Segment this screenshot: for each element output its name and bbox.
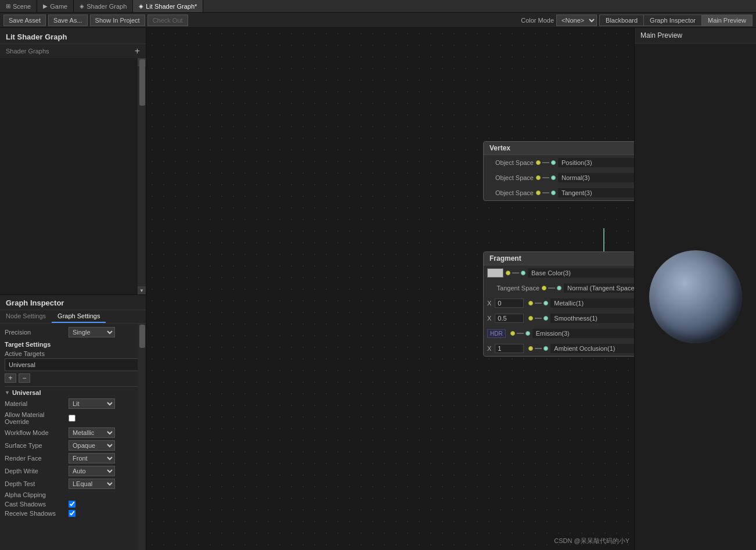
lit-shader-icon: ◈ <box>139 3 143 9</box>
watermark: CSDN @呆呆敲代码的小Y <box>554 537 629 545</box>
vertex-normal-output-dot <box>551 175 556 180</box>
graph-inspector-tab[interactable]: Graph Inspector <box>644 15 702 26</box>
tab-scene[interactable]: ⊞ Scene <box>0 0 37 12</box>
vertex-position-label: Object Space <box>487 159 534 166</box>
node-settings-tab[interactable]: Node Settings <box>0 310 52 323</box>
depth-test-label: Depth Test <box>5 480 69 487</box>
cast-shadows-checkbox[interactable] <box>69 501 75 508</box>
main-layout: Lit Shader Graph Shader Graphs + ▲ ▼ Gra… <box>0 28 756 550</box>
vertex-tangent-output-dot <box>551 190 556 195</box>
vertex-node-header: Vertex <box>484 142 634 155</box>
workflow-row: Workflow Mode Metallic <box>5 427 141 438</box>
vertex-tangent-line <box>542 192 549 193</box>
fragment-ao-dot-container <box>528 346 548 351</box>
vertex-normal-dot-container <box>536 175 556 180</box>
receive-shadows-label: Receive Shadows <box>5 510 69 517</box>
fragment-metallic-output: Metallic(1) <box>550 299 634 308</box>
fragment-ao-line <box>535 348 542 349</box>
vertex-node: Vertex Object Space Position(3) Object S… <box>483 141 634 201</box>
material-row: Material Lit <box>5 398 141 409</box>
save-asset-button[interactable]: Save Asset <box>3 15 46 26</box>
remove-target-button[interactable]: − <box>19 373 30 383</box>
smoothness-x-prefix: X <box>487 315 491 322</box>
fragment-ao-output-dot <box>543 346 548 351</box>
tab-bar: ⊞ Scene ▶ Game ◈ Shader Graph ◈ Lit Shad… <box>0 0 756 13</box>
render-face-dropdown[interactable]: Front <box>69 453 115 463</box>
scene-icon: ⊞ <box>6 3 10 9</box>
fragment-port-ao: X Ambient Occlusion(1) <box>484 341 634 356</box>
fragment-node: Fragment Base Color(3) Tangent Space <box>483 251 634 357</box>
inspector-scroll-track[interactable] <box>138 323 146 550</box>
graph-canvas[interactable]: Vertex Object Space Position(3) Object S… <box>146 28 634 550</box>
vertex-normal-label: Object Space <box>487 174 534 181</box>
receive-shadows-checkbox[interactable] <box>69 510 75 517</box>
metallic-value-input[interactable] <box>495 299 524 308</box>
inspector-scroll-thumb[interactable] <box>139 325 145 348</box>
vertex-tangent-dot-container <box>536 190 556 195</box>
main-preview-tab[interactable]: Main Preview <box>702 15 753 26</box>
allow-override-label: Allow Material Override <box>5 411 69 425</box>
depth-test-dropdown[interactable]: LEqual <box>69 479 115 489</box>
fragment-metallic-output-dot <box>543 301 548 305</box>
fragment-normal-output-dot <box>557 286 561 290</box>
graph-settings-tab[interactable]: Graph Settings <box>52 310 106 323</box>
fragment-basecolor-output-dot <box>521 271 525 275</box>
preview-sphere <box>649 250 742 343</box>
smoothness-value-input[interactable] <box>495 314 524 323</box>
shader-graphs-label: Shader Graphs <box>6 48 49 55</box>
depth-write-row: Depth Write Auto <box>5 466 141 476</box>
material-dropdown[interactable]: Lit <box>69 398 115 409</box>
fragment-basecolor-line <box>512 272 519 274</box>
show-in-project-button[interactable]: Show In Project <box>90 15 145 26</box>
left-panel-sub: Shader Graphs + <box>0 44 146 58</box>
divider <box>5 386 141 387</box>
allow-override-row: Allow Material Override <box>5 411 141 425</box>
save-as-button[interactable]: Save As... <box>48 15 88 26</box>
ao-value-input[interactable] <box>495 344 524 353</box>
fragment-port-basecolor: Base Color(3) <box>484 265 634 281</box>
vertex-port-position: Object Space Position(3) <box>484 155 634 170</box>
fragment-smoothness-dot-container <box>528 316 548 321</box>
workflow-dropdown[interactable]: Metallic <box>69 427 115 438</box>
color-mode-select[interactable]: <None> <box>556 15 597 26</box>
fragment-emission-dot <box>510 331 515 336</box>
active-targets-box: Universal <box>5 358 141 371</box>
precision-value: Single <box>69 327 141 337</box>
depth-write-dropdown[interactable]: Auto <box>69 466 115 476</box>
receive-shadows-row: Receive Shadows <box>5 510 141 517</box>
add-shader-graph-button[interactable]: + <box>135 46 140 56</box>
base-color-swatch[interactable] <box>487 268 503 278</box>
fragment-ao-dot <box>528 346 533 351</box>
fragment-normal-line <box>548 287 555 289</box>
check-out-button[interactable]: Check Out <box>147 15 188 26</box>
surface-type-dropdown[interactable]: Opaque <box>69 440 115 451</box>
tab-lit-shader-graph[interactable]: ◈ Lit Shader Graph* <box>133 0 203 12</box>
scroll-thumb[interactable] <box>139 59 145 106</box>
vertex-tangent-dot <box>536 190 541 195</box>
scroll-track-vertical[interactable]: ▲ ▼ <box>138 58 146 294</box>
tab-shader-graph[interactable]: ◈ Shader Graph <box>74 0 133 12</box>
shader-graph-icon: ◈ <box>80 3 84 9</box>
metallic-x-prefix: X <box>487 300 491 307</box>
scroll-down-button[interactable]: ▼ <box>138 286 146 294</box>
fragment-port-metallic: X Metallic(1) <box>484 296 634 311</box>
inspector-title: Graph Inspector <box>0 295 146 310</box>
render-face-row: Render Face Front <box>5 453 141 463</box>
color-mode-label: Color Mode <box>521 17 554 24</box>
fragment-basecolor-dot-container <box>506 271 525 275</box>
fragment-ao-output: Ambient Occlusion(1) <box>550 344 634 353</box>
add-target-button[interactable]: + <box>5 373 16 383</box>
fragment-normal-output: Normal (Tangent Space)(3) <box>564 283 634 293</box>
vertex-position-output-dot <box>551 160 556 165</box>
vertex-normal-line <box>542 177 549 178</box>
fragment-metallic-dot <box>528 301 533 305</box>
fragment-basecolor-output: Base Color(3) <box>528 268 634 278</box>
tab-game[interactable]: ▶ Game <box>37 0 74 12</box>
precision-dropdown[interactable]: Single <box>69 327 115 337</box>
allow-override-checkbox[interactable] <box>69 415 75 422</box>
fragment-node-header: Fragment <box>484 252 634 265</box>
blackboard-tab[interactable]: Blackboard <box>599 15 644 26</box>
color-mode-group: Color Mode <None> <box>521 15 597 26</box>
fragment-smoothness-dot <box>528 316 533 321</box>
left-panel-header: Lit Shader Graph <box>0 28 146 44</box>
